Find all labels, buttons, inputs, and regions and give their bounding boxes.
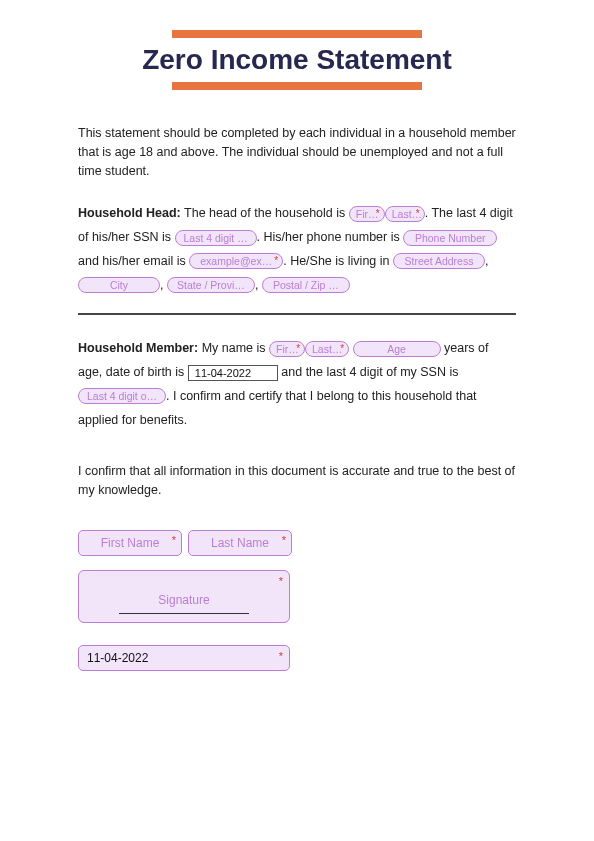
page: Zero Income Statement This statement sho…	[0, 0, 594, 701]
household-member-label: Household Member:	[78, 341, 198, 355]
signature-label: Signature	[158, 593, 209, 607]
head-city-field[interactable]: City	[78, 277, 160, 293]
text: . He/She is living in	[283, 254, 389, 268]
text: . His/her phone number is	[257, 230, 400, 244]
text: My name is	[202, 341, 266, 355]
household-head-label: Household Head:	[78, 206, 181, 220]
head-state-field[interactable]: State / Provi…	[167, 277, 255, 293]
document-title: Zero Income Statement	[78, 42, 516, 78]
member-last-name-field[interactable]: Last…	[305, 341, 349, 357]
signature-field[interactable]: Signature	[78, 570, 290, 623]
member-dob-field[interactable]: 11-04-2022	[188, 365, 278, 381]
intro-text: This statement should be completed by ea…	[78, 124, 516, 180]
decorative-bar-top	[172, 30, 422, 38]
decorative-bar-bottom	[172, 82, 422, 90]
head-ssn-field[interactable]: Last 4 digit …	[175, 230, 257, 246]
signer-last-name-field[interactable]: Last Name	[188, 530, 292, 556]
signature-line	[119, 613, 249, 614]
confirmation-text: I confirm that all information in this d…	[78, 462, 516, 500]
member-age-field[interactable]: Age	[353, 341, 441, 357]
head-phone-field[interactable]: Phone Number	[403, 230, 497, 246]
head-first-name-field[interactable]: Fir…	[349, 206, 385, 222]
head-last-name-field[interactable]: Last…	[385, 206, 425, 222]
member-ssn-field[interactable]: Last 4 digit o…	[78, 388, 166, 404]
signer-first-name-field[interactable]: First Name	[78, 530, 182, 556]
household-head-section: Household Head: The head of the househol…	[78, 202, 516, 297]
household-member-section: Household Member: My name is Fir…Last… A…	[78, 337, 516, 432]
member-first-name-field[interactable]: Fir…	[269, 341, 305, 357]
text: The head of the household is	[184, 206, 345, 220]
head-postal-field[interactable]: Postal / Zip …	[262, 277, 350, 293]
text: and the last 4 digit of my SSN is	[281, 365, 458, 379]
signer-name-row: First Name Last Name	[78, 530, 516, 556]
divider	[78, 313, 516, 315]
head-email-field[interactable]: example@ex…	[189, 253, 283, 269]
sign-date-field[interactable]: 11-04-2022	[78, 645, 290, 671]
head-street-field[interactable]: Street Address	[393, 253, 485, 269]
text: and his/her email is	[78, 254, 186, 268]
